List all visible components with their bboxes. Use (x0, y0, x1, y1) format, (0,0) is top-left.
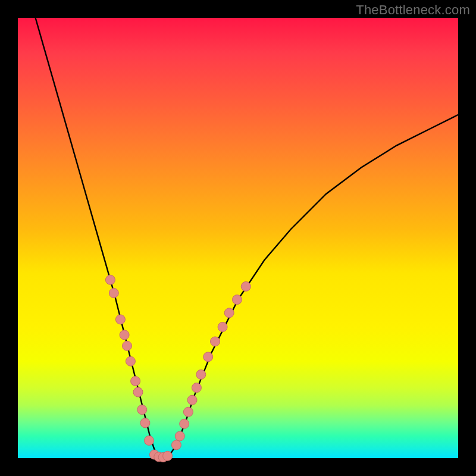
marker-right-6 (196, 369, 206, 379)
marker-left-4 (123, 341, 132, 350)
marker-right-12 (241, 281, 250, 291)
marker-left-6 (131, 377, 140, 386)
marker-right-2 (180, 419, 189, 428)
watermark-text: TheBottleneck.com (356, 2, 470, 18)
marker-group (105, 275, 250, 462)
chart-svg (18, 18, 458, 458)
marker-left-1 (109, 289, 118, 298)
marker-left-7 (133, 387, 143, 397)
marker-left-0 (105, 275, 115, 284)
marker-left-9 (140, 418, 150, 428)
plot-area (18, 18, 458, 458)
marker-right-7 (203, 352, 213, 362)
marker-right-8 (211, 337, 220, 346)
marker-right-1 (175, 431, 184, 441)
marker-right-11 (233, 295, 242, 305)
marker-left-5 (126, 356, 135, 366)
marker-bottom-3 (163, 451, 173, 461)
marker-left-3 (120, 330, 129, 340)
chart-frame: TheBottleneck.com (0, 0, 476, 476)
bottleneck-curve (36, 18, 458, 458)
marker-left-8 (137, 405, 147, 415)
marker-right-0 (171, 440, 181, 450)
marker-left-10 (145, 436, 154, 445)
marker-right-10 (224, 308, 234, 318)
marker-right-5 (192, 383, 201, 393)
marker-right-3 (183, 407, 193, 416)
marker-left-2 (115, 315, 125, 324)
marker-right-4 (187, 395, 197, 405)
marker-right-9 (218, 322, 227, 332)
